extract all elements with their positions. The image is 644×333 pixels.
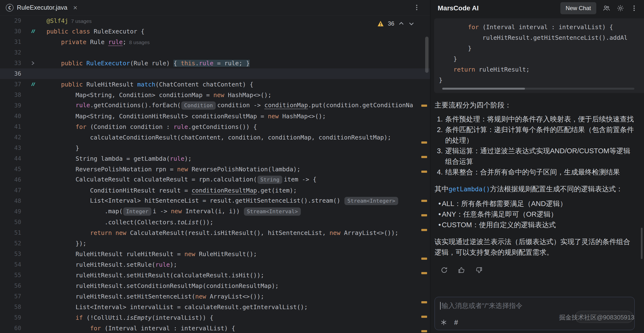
code-line-41[interactable]: 41 for (Condition condition : rule.getCo…: [0, 122, 430, 132]
line-number[interactable]: 51: [0, 230, 21, 236]
code-line-32[interactable]: 32: [0, 47, 430, 58]
warning-stripe-mark[interactable]: [421, 301, 427, 303]
warning-stripe-mark[interactable]: [421, 229, 427, 231]
line-number[interactable]: 47: [0, 187, 21, 194]
code-line-38[interactable]: 38 Map<String, Condition> conditionMap =…: [0, 90, 430, 100]
code-line-33[interactable]: 33 public RuleExecutor(Rule rule) { this…: [0, 58, 430, 68]
code-line-56[interactable]: 56 ruleHitResult.setConditionResultMap(c…: [0, 280, 430, 291]
gutter-ai-icon[interactable]: [21, 28, 46, 34]
code-horizontal-scrollbar[interactable]: [442, 88, 634, 90]
regenerate-icon[interactable]: [440, 266, 448, 274]
tab-rule-executor[interactable]: C RuleExecutor.java ×: [6, 0, 80, 15]
code-line-44[interactable]: 44 String lambda = getLambda(rule);: [0, 153, 430, 164]
line-number[interactable]: 30: [0, 28, 21, 35]
warning-stripe-mark[interactable]: [421, 170, 427, 173]
line-number[interactable]: 55: [0, 272, 21, 278]
code-line-51[interactable]: 51 return new CalculateResult(result.isH…: [0, 228, 430, 238]
code-line-53[interactable]: 53 RuleHitResult ruleHitResult = new Rul…: [0, 249, 430, 259]
line-number[interactable]: 40: [0, 113, 21, 120]
code-scrollbar-thumb[interactable]: [442, 88, 525, 90]
warning-stripe-mark[interactable]: [421, 156, 427, 158]
line-number[interactable]: 37: [0, 81, 21, 88]
line-number[interactable]: 49: [0, 208, 21, 215]
code-line-31[interactable]: 31 private Rule rule; 8 usages: [0, 37, 430, 47]
kebab-menu-icon[interactable]: [413, 4, 420, 11]
line-number[interactable]: 46: [0, 176, 21, 183]
line-number[interactable]: 42: [0, 134, 21, 141]
code-line-47[interactable]: 47 ConditionHitResult result = condition…: [0, 185, 430, 196]
code-line-60[interactable]: 60 for (Interval interval : intervalList…: [0, 323, 430, 333]
chat-code-line: for (Interval interval : intervalList) {: [439, 22, 644, 32]
code-line-43[interactable]: 43 }: [0, 143, 430, 153]
thumbs-up-icon[interactable]: [458, 266, 466, 274]
line-number[interactable]: 53: [0, 250, 21, 257]
line-number[interactable]: 29: [0, 17, 21, 24]
line-number[interactable]: 54: [0, 261, 21, 268]
fold-chevron-icon[interactable]: [21, 60, 46, 66]
line-number[interactable]: 48: [0, 198, 21, 204]
code-line-37[interactable]: 37 public RuleHitResult match(ChatConten…: [0, 79, 430, 90]
warning-stripe-mark[interactable]: [421, 142, 427, 144]
line-number[interactable]: 31: [0, 38, 21, 45]
line-number[interactable]: 60: [0, 325, 21, 332]
users-icon[interactable]: [602, 4, 610, 12]
line-number[interactable]: 45: [0, 166, 21, 172]
line-number[interactable]: 38: [0, 92, 21, 98]
line-number[interactable]: 36: [0, 70, 21, 77]
line-number[interactable]: 59: [0, 314, 21, 321]
kebab-menu-icon[interactable]: [630, 4, 638, 12]
chat-code-block: for (Interval interval : intervalList) {…: [434, 18, 644, 93]
inspection-widget[interactable]: 36: [377, 20, 414, 27]
code-line-58[interactable]: 58 List<Interval> intervalList = calcula…: [0, 302, 430, 312]
gutter-ai-icon[interactable]: [21, 81, 46, 88]
hash-icon[interactable]: #: [454, 318, 458, 326]
warning-stripe-mark[interactable]: [421, 272, 427, 274]
code-line-54[interactable]: 54 ruleHitResult.setRule(rule);: [0, 259, 430, 270]
watermark-text: 掘金技术社区@908305913: [558, 313, 634, 322]
code-line-48[interactable]: 48 List<Interval> hitSentenceList = resu…: [0, 196, 430, 206]
gear-icon[interactable]: [616, 4, 624, 12]
line-number[interactable]: 57: [0, 293, 21, 300]
code-line-40[interactable]: 40 Map<String, ConditionHitResult> condi…: [0, 111, 430, 122]
chevron-down-icon[interactable]: [408, 20, 414, 27]
code-line-50[interactable]: 50 .collect(Collectors.toList());: [0, 217, 430, 228]
code-text: @Slf4j 7 usages: [46, 17, 92, 24]
code-line-30[interactable]: 30public class RuleExecutor {: [0, 26, 430, 37]
code-line-57[interactable]: 57 ruleHitResult.setHitSentenceList(new …: [0, 291, 430, 302]
code-line-52[interactable]: 52 });: [0, 238, 430, 249]
code-line-36[interactable]: 36: [0, 68, 430, 79]
warning-stripe-mark[interactable]: [421, 330, 427, 332]
chevron-up-icon[interactable]: [398, 20, 404, 27]
code-line-59[interactable]: 59 if (!CollUtil.isEmpty(intervalList)) …: [0, 312, 430, 323]
line-number[interactable]: 43: [0, 144, 21, 151]
thumbs-down-icon[interactable]: [475, 266, 483, 274]
new-chat-button[interactable]: New Chat: [560, 2, 596, 14]
line-number[interactable]: 44: [0, 155, 21, 162]
panel-scrollbar-thumb[interactable]: [641, 228, 642, 259]
line-number[interactable]: 58: [0, 304, 21, 310]
line-number[interactable]: 39: [0, 102, 21, 109]
editor-scrollbar-thumb[interactable]: [425, 37, 428, 73]
code-text: calculateConditionResult(chatContent, co…: [46, 134, 391, 141]
code-editor[interactable]: 29@Slf4j 7 usages30public class RuleExec…: [0, 16, 430, 333]
warning-stripe-mark[interactable]: [421, 214, 427, 216]
code-line-49[interactable]: 49 .map(Integeri -> new Interval(i, i)) …: [0, 206, 430, 217]
code-line-42[interactable]: 42 calculateConditionResult(chatContent,…: [0, 132, 430, 143]
line-number[interactable]: 50: [0, 219, 21, 226]
warning-stripe-mark[interactable]: [421, 316, 427, 318]
line-number[interactable]: 52: [0, 240, 21, 247]
command-sparkle-icon[interactable]: [440, 319, 447, 326]
line-number[interactable]: 56: [0, 282, 21, 289]
close-icon[interactable]: ×: [73, 4, 78, 11]
warning-stripe-mark[interactable]: [421, 258, 427, 260]
line-number[interactable]: 33: [0, 60, 21, 66]
code-line-29[interactable]: 29@Slf4j 7 usages: [0, 16, 430, 26]
code-line-46[interactable]: 46 CalculateResult calculateResult = rpn…: [0, 174, 430, 185]
code-line-55[interactable]: 55 ruleHitResult.setHitResult(calculateR…: [0, 270, 430, 280]
line-number[interactable]: 41: [0, 123, 21, 130]
line-number[interactable]: 32: [0, 49, 21, 56]
code-line-45[interactable]: 45 ReversePolishNotation rpn = new Rever…: [0, 164, 430, 174]
code-line-39[interactable]: 39 rule.getConditions().forEach(Conditio…: [0, 100, 430, 111]
warning-stripe-mark[interactable]: [421, 104, 427, 107]
warning-stripe-mark[interactable]: [421, 200, 427, 202]
